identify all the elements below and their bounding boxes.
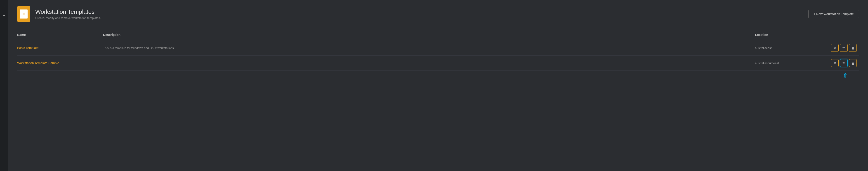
new-template-button[interactable]: + New Workstation Template <box>808 10 859 18</box>
column-header-location: Location <box>755 32 823 37</box>
templates-table: Name Description Location Basic Template… <box>17 30 859 167</box>
sidebar-chevron-icon[interactable]: › <box>3 3 6 9</box>
copy-icon: ⧉ <box>834 46 836 50</box>
edit-icon: ✏ <box>842 46 845 50</box>
table-header: Name Description Location <box>17 30 859 40</box>
delete-icon: 🗑 <box>851 61 855 65</box>
page-subtitle: Create, modify and remove workstation te… <box>35 16 101 20</box>
copy-button-basic-template[interactable]: ⧉ <box>831 44 839 52</box>
row-name-basic-template[interactable]: Basic Template <box>17 46 103 50</box>
row-location-workstation-sample: australiasoutheast <box>755 62 823 65</box>
arrow-indicator: ⇧ <box>17 72 859 78</box>
column-header-actions <box>823 32 859 37</box>
page-header: Workstation Templates Create, modify and… <box>17 6 859 22</box>
edit-button-workstation-sample[interactable]: ✏ <box>840 59 848 67</box>
arrow-up-icon: ⇧ <box>843 72 848 78</box>
table-row: Basic Template This is a template for Wi… <box>17 40 859 56</box>
page-title: Workstation Templates <box>35 8 101 15</box>
sidebar-expand-icon[interactable]: + <box>2 13 6 19</box>
sidebar: › + <box>0 0 8 171</box>
header-left: Workstation Templates Create, modify and… <box>17 6 101 22</box>
copy-button-workstation-sample[interactable]: ⧉ <box>831 59 839 67</box>
row-location-basic-template: australiaeast <box>755 46 823 50</box>
row-description-basic-template: This is a template for Windows and Linux… <box>103 46 755 50</box>
edit-button-basic-template[interactable]: ✏ <box>840 44 848 52</box>
row-name-workstation-sample[interactable]: Workstation Template Sample <box>17 61 103 65</box>
delete-button-basic-template[interactable]: 🗑 <box>849 44 857 52</box>
delete-button-workstation-sample[interactable]: 🗑 <box>849 59 857 67</box>
header-text: Workstation Templates Create, modify and… <box>35 8 101 20</box>
table-row: Workstation Template Sample australiasou… <box>17 56 859 71</box>
edit-icon: ✏ <box>842 61 845 65</box>
main-content: Workstation Templates Create, modify and… <box>8 0 868 171</box>
copy-icon: ⧉ <box>834 61 836 65</box>
column-header-name: Name <box>17 32 103 37</box>
page-icon <box>17 6 30 22</box>
row-actions-basic-template: ⧉ ✏ 🗑 <box>823 44 859 52</box>
delete-icon: 🗑 <box>851 46 855 50</box>
column-header-description: Description <box>103 32 755 37</box>
row-actions-workstation-sample: ⧉ ✏ 🗑 <box>823 59 859 67</box>
